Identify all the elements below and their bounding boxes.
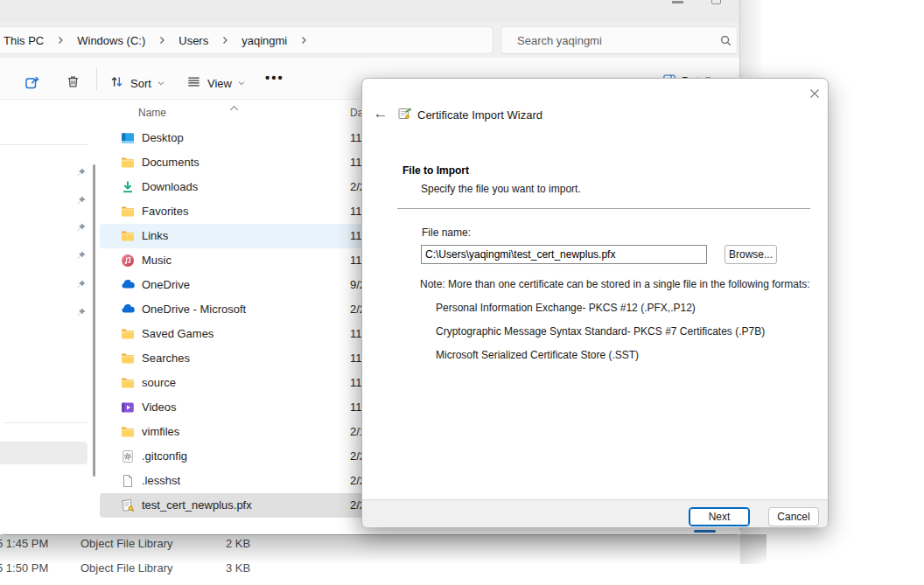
next-button[interactable]: Next (689, 507, 750, 526)
search-box[interactable] (500, 26, 738, 54)
downloads-icon (121, 180, 135, 194)
sort-icon (108, 73, 125, 93)
file-name: OneDrive (142, 278, 190, 291)
file-icon (121, 474, 135, 488)
address-bar[interactable]: This PC Windows (C:) Users yaqingmi (0, 26, 494, 54)
breadcrumb-item[interactable]: Windows (C:) (71, 31, 151, 50)
file-name: .gitconfig (142, 449, 187, 463)
format-item: Personal Information Exchange- PKCS #12 … (436, 302, 696, 314)
vertical-scrollbar-thumb[interactable] (93, 164, 95, 477)
file-name: Downloads (142, 180, 198, 193)
file-name: Desktop (142, 131, 184, 144)
view-label: View (207, 77, 232, 90)
background-file-row: 5 1:50 PMObject File Library3 KB (0, 561, 368, 581)
chevron-right-icon[interactable] (218, 35, 232, 45)
file-time: 5 1:50 PM (0, 561, 48, 575)
format-item: Microsoft Serialized Certificate Store (… (436, 349, 639, 361)
breadcrumb-item[interactable]: This PC (0, 31, 50, 50)
view-button[interactable]: View (186, 73, 246, 93)
nav-selected-item[interactable] (0, 442, 88, 464)
file-type: Object File Library (80, 561, 172, 575)
folder-icon: против (121, 352, 135, 366)
wizard-heading: File to Import (402, 164, 469, 177)
breadcrumb: This PC Windows (C:) Users yaqingmi (0, 31, 311, 50)
dialog-footer (362, 499, 828, 527)
videos-icon (121, 400, 135, 414)
breadcrumb-item[interactable]: Users (172, 31, 214, 50)
back-arrow-icon[interactable]: ← (372, 105, 389, 122)
search-icon (714, 34, 737, 47)
folder-icon: против (121, 205, 135, 219)
certificate-wizard-icon (397, 106, 412, 121)
background-file-row: 5 1:45 PMObject File Library2 KB (0, 537, 368, 556)
trash-icon (65, 73, 81, 93)
screen: 5 1:45 PMObject File Library2 KB5 1:50 P… (0, 0, 924, 585)
breadcrumb-item[interactable]: yaqingmi (235, 31, 293, 50)
file-name: test_cert_newplus.pfx (142, 498, 252, 512)
nav-divider (4, 422, 88, 423)
certificate-import-wizard-dialog: ← Certificate Import Wizard File to Impo… (361, 78, 829, 527)
nav-divider (0, 144, 88, 145)
share-icon (24, 73, 41, 94)
chevron-right-icon[interactable] (53, 35, 67, 45)
pin-icon (75, 166, 87, 178)
file-name: OneDrive - Microsoft (142, 303, 246, 316)
file-name: Music (142, 254, 172, 267)
pin-icon (75, 306, 87, 317)
file-name: Videos (142, 400, 177, 414)
wizard-subheading: Specify the file you want to import. (421, 183, 581, 195)
file-size: 3 KB (226, 561, 250, 575)
close-icon[interactable] (805, 84, 824, 103)
sort-ascending-icon (229, 100, 239, 115)
cancel-button[interactable]: Cancel (768, 507, 819, 526)
more-icon: ••• (265, 70, 284, 85)
file-name: source (142, 376, 176, 389)
desktop-icon (121, 131, 135, 145)
file-time: 5 1:45 PM (0, 537, 48, 550)
delete-button[interactable] (65, 73, 81, 93)
file-name: vimfiles (142, 425, 179, 438)
folder-icon: против (121, 327, 135, 341)
cloud-icon (121, 303, 135, 317)
format-item: Cryptographic Message Syntax Standard- P… (436, 325, 765, 338)
file-type: Object File Library (80, 537, 172, 550)
file-name-input[interactable] (421, 245, 707, 264)
column-header-name[interactable]: Name (138, 107, 166, 119)
horizontal-scrollbar-thumb[interactable] (694, 530, 716, 533)
pin-icon (75, 278, 87, 289)
explorer-address-bar-row: This PC Windows (C:) Users yaqingmi (0, 23, 739, 58)
minimize-icon[interactable] (672, 1, 683, 3)
file-name-label: File name: (422, 226, 471, 239)
file-name: Documents (142, 156, 200, 169)
file-name: Links (142, 229, 168, 242)
explorer-titlebar (0, 0, 739, 23)
pin-icon (75, 194, 87, 205)
folder-icon: против (121, 156, 135, 170)
browse-button[interactable]: Browse... (724, 245, 777, 264)
chevron-right-icon[interactable] (297, 35, 311, 45)
folder-icon: против (121, 229, 135, 243)
chevron-down-icon (237, 77, 246, 90)
toolbar-divider (96, 67, 97, 90)
dialog-title: Certificate Import Wizard (417, 108, 542, 122)
more-options-button[interactable]: ••• (265, 70, 284, 85)
navigation-pane (0, 100, 96, 533)
maximize-icon[interactable] (711, 0, 721, 4)
file-name: Searches (142, 352, 190, 365)
chevron-right-icon[interactable] (155, 35, 169, 45)
music-icon (121, 254, 135, 268)
search-input[interactable] (501, 34, 714, 47)
chevron-down-icon (157, 77, 165, 90)
pin-icon (75, 221, 87, 233)
pin-icon (75, 249, 87, 261)
file-name: .lesshst (142, 474, 180, 487)
certificate-icon (121, 498, 135, 512)
sort-button[interactable]: Sort (108, 73, 165, 93)
gear-file-icon (121, 449, 135, 463)
view-icon (186, 73, 202, 93)
share-button[interactable] (24, 73, 41, 94)
file-name: Favorites (142, 205, 188, 218)
folder-icon: против (121, 376, 135, 390)
folder-icon: против (121, 425, 135, 439)
cloud-icon (121, 278, 135, 292)
